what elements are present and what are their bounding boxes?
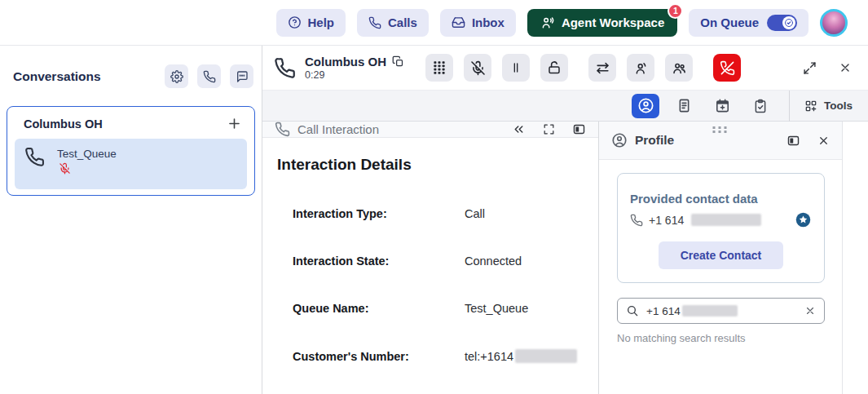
panel-layout-button[interactable] [572,122,586,136]
on-queue-button[interactable]: On Queue [689,9,809,37]
new-call-button[interactable] [197,64,221,88]
star-icon [795,211,812,228]
gear-icon [170,70,183,83]
no-results-text: No matching search results [617,332,825,344]
profile-title: Profile [635,133,674,148]
call-interaction-title: Call Interaction [297,122,379,136]
agent-workspace-button[interactable]: Agent Workspace 1 [527,9,677,37]
document-icon [676,98,692,113]
agent-workspace-label: Agent Workspace [562,15,664,29]
mic-off-icon [470,60,486,76]
close-icon [817,135,830,147]
secure-pause-button[interactable] [540,54,568,82]
calls-label: Calls [388,15,417,29]
provided-contact-card: Provided contact data +1 614 [617,173,825,283]
calls-button[interactable]: Calls [357,9,429,37]
toggle-check-icon [782,16,795,29]
profile-close-button[interactable] [817,135,830,147]
add-conversation-button[interactable] [227,116,242,131]
tabs-divider [789,91,790,122]
calendar-plus-icon [715,98,730,113]
agent-workspace-icon [540,15,555,30]
conversation-group-title: Columbus OH [24,117,103,131]
search-icon [626,304,639,317]
detail-label: Customer's Number: [293,350,465,363]
conversation-group-card: Columbus OH Test_Queue [7,106,255,196]
chevrons-left-icon [512,122,526,136]
interaction-details-content: Interaction Details Interaction Type: Ca… [262,138,598,394]
end-call-button[interactable] [713,54,741,82]
clear-search-button[interactable] [804,305,816,317]
transfer-button[interactable] [588,54,616,82]
group-people-icon [672,60,687,76]
consult-agent-button[interactable] [627,54,654,82]
phone-icon [274,57,296,79]
dialpad-button[interactable] [425,54,453,82]
side-panel-tabs: Tools [262,91,868,122]
contact-search-input[interactable]: +1 614 [617,298,825,324]
fullscreen-button[interactable] [543,123,555,135]
mic-muted-icon [59,162,117,175]
panel-drag-handle[interactable] [713,126,729,133]
on-queue-toggle[interactable] [767,15,797,31]
user-avatar[interactable] [820,9,848,37]
help-button[interactable]: Help [276,9,346,37]
tools-button[interactable]: Tools [800,100,868,113]
profile-popout-button[interactable] [786,134,800,148]
close-interaction-button[interactable] [839,61,852,74]
queue-name-label: Test_Queue [57,148,117,160]
detail-value: tel:+1614 [465,350,513,363]
pause-icon [509,61,522,74]
settings-button[interactable] [165,64,188,88]
copy-button[interactable] [392,55,404,68]
mute-button[interactable] [464,54,491,82]
right-gutter [842,122,868,394]
main-layout: Conversations [0,46,868,394]
detail-row: Interaction State: Connected [293,255,584,268]
tab-schedule[interactable] [708,94,736,118]
panel-toggle-icon [572,122,586,136]
conversation-list-item[interactable]: Test_Queue [15,139,247,189]
phone-icon [368,16,381,29]
profile-panel: Profile [599,122,842,394]
provided-contact-title: Provided contact data [630,192,812,206]
panels-row: Call Interaction [262,122,868,394]
close-icon [804,305,816,317]
work-area: Columbus OH 0:29 [262,46,868,394]
clipboard-check-icon [753,99,768,113]
person-circle-icon [611,132,628,148]
expand-interaction-button[interactable] [803,61,817,75]
conversations-title: Conversations [13,69,101,84]
primary-contact-star-button[interactable] [795,211,812,228]
collapse-panel-button[interactable] [512,122,526,136]
detail-label: Queue Name: [293,302,465,315]
conversations-actions [165,64,253,88]
phone-slash-icon [720,60,735,76]
inbox-button[interactable]: Inbox [440,9,516,37]
copy-icon [392,55,404,68]
call-interaction-header: Call Interaction [262,122,598,138]
detail-value: Call [465,207,485,220]
tab-profile[interactable] [632,94,659,118]
close-icon [839,61,852,74]
call-timer: 0:29 [305,69,404,81]
call-controls [425,54,741,82]
dialpad-icon [432,60,447,75]
call-control-bar: Columbus OH 0:29 [262,46,868,91]
top-header-bar: Help Calls Inbox Agent Workspace 1 On Qu… [0,0,868,46]
call-title: Columbus OH [305,55,386,69]
detail-value: Test_Queue [465,302,528,315]
new-message-button[interactable] [230,64,253,88]
inbox-label: Inbox [472,15,504,29]
tab-notes[interactable] [670,94,698,118]
help-label: Help [308,15,335,29]
redacted-value [515,349,577,363]
create-contact-button[interactable]: Create Contact [659,241,784,269]
unlock-icon [547,60,562,75]
tab-wrapup[interactable] [747,94,774,118]
active-call-identity: Columbus OH 0:29 [274,55,425,81]
apps-grid-icon [804,100,817,113]
hold-button[interactable] [502,54,530,82]
detail-label: Interaction Type: [293,207,465,220]
conference-button[interactable] [665,54,693,82]
